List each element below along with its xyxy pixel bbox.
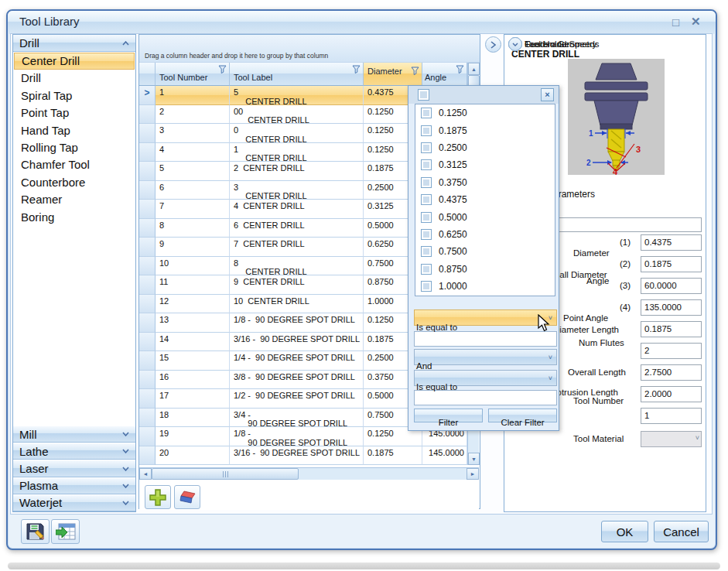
sidebar-item[interactable]: Point Tap: [14, 104, 135, 121]
filter-value-item[interactable]: 0.8750: [415, 261, 555, 278]
expander-circle[interactable]: [508, 37, 522, 51]
value-checkbox[interactable]: [421, 142, 432, 153]
sidebar-group-collapsed[interactable]: Plasma: [13, 477, 135, 494]
cell-tool-label[interactable]: 3/4 - 90 DEGREE SPOT DRILL: [230, 409, 364, 428]
add-tool-button[interactable]: [145, 485, 171, 509]
point-angle-4-field[interactable]: 135.0000: [641, 299, 702, 316]
cell-tool-label[interactable]: 5 CENTER DRILL: [230, 86, 364, 105]
cell-angle[interactable]: 145.0000: [422, 446, 467, 466]
filter-value-item[interactable]: 0.1875: [415, 121, 555, 138]
filter-value-item[interactable]: 0.4375: [415, 191, 555, 208]
sidebar-item[interactable]: Boring: [14, 209, 135, 226]
column-header-tool-number[interactable]: Tool Number: [156, 63, 230, 86]
filter-value-item[interactable]: 0.2500: [415, 139, 555, 156]
sidebar-group-collapsed[interactable]: Lathe: [13, 443, 135, 460]
cell-tool-number[interactable]: 13: [156, 313, 230, 333]
expand-panel-button[interactable]: [485, 36, 501, 53]
clear-filter-button[interactable]: Clear Filter: [488, 409, 557, 422]
value-checkbox[interactable]: [421, 159, 432, 170]
cell-tool-label[interactable]: 4 CENTER DRILL: [230, 200, 364, 219]
filter-funnel-icon[interactable]: [218, 65, 227, 74]
filter-value-item[interactable]: 0.5000: [415, 208, 555, 225]
cell-tool-number[interactable]: 4: [156, 143, 230, 162]
operator-select[interactable]: ˅: [414, 349, 557, 365]
filter-value-item[interactable]: 0.3750: [415, 174, 555, 191]
scroll-down-icon[interactable]: ▼: [468, 453, 480, 465]
cancel-button[interactable]: Cancel: [654, 521, 709, 542]
value-checkbox[interactable]: [421, 108, 432, 118]
cell-tool-number[interactable]: 18: [156, 409, 230, 428]
num-flutes-field[interactable]: 2: [641, 343, 702, 359]
scroll-up-icon[interactable]: ▲: [468, 63, 480, 75]
cell-tool-number[interactable]: 1: [156, 86, 230, 105]
cell-tool-number[interactable]: 11: [156, 275, 230, 295]
cell-tool-label[interactable]: 1/8 - 90 DEGREE SPOT DRILL: [230, 427, 364, 446]
cell-tool-label[interactable]: 3/16 - 90 DEGREE SPOT DRILL: [230, 333, 364, 352]
filter-value-item[interactable]: 1.0000: [415, 278, 555, 295]
cell-tool-label[interactable]: 1/2 - 90 DEGREE SPOT DRILL: [230, 389, 364, 409]
table-row[interactable]: 20 3/16 - 90 DEGREE SPOT DRILL 0.1875 14…: [139, 446, 467, 466]
sidebar-item[interactable]: Center Drill: [14, 53, 135, 70]
tool-material-select[interactable]: ˅: [641, 431, 702, 447]
cell-tool-label[interactable]: 3/8 - 90 DEGREE SPOT DRILL: [230, 371, 364, 390]
value-checkbox[interactable]: [421, 264, 432, 275]
sidebar-group-collapsed[interactable]: Waterjet: [13, 494, 135, 511]
cell-tool-label[interactable]: 1/8 - 90 DEGREE SPOT DRILL: [230, 313, 364, 333]
close-icon[interactable]: ✕: [691, 15, 701, 29]
column-header-tool-label[interactable]: Tool Label: [230, 63, 364, 86]
filter-value-item[interactable]: 0.7500: [415, 243, 555, 260]
filter-funnel-icon[interactable]: [411, 67, 419, 75]
cell-tool-label[interactable]: 2 CENTER DRILL: [230, 162, 364, 181]
sidebar-item[interactable]: Rolling Tap: [14, 139, 135, 156]
value-checkbox[interactable]: [421, 212, 432, 223]
filter-value2-input[interactable]: [414, 390, 557, 405]
tool-label-field[interactable]: [542, 217, 702, 232]
scroll-right-icon[interactable]: ►: [467, 468, 479, 480]
filter-value-item[interactable]: 0.6250: [415, 226, 555, 243]
sidebar-item[interactable]: Spiral Tap: [14, 87, 135, 104]
cell-tool-label[interactable]: 3/16 - 90 DEGREE SPOT DRILL: [230, 446, 364, 466]
cell-tool-number[interactable]: 6: [156, 181, 230, 200]
save-library-button[interactable]: [21, 519, 50, 544]
filter-value-item[interactable]: 0.1250: [415, 104, 555, 121]
cell-tool-number[interactable]: 10: [156, 257, 230, 276]
cell-tool-number[interactable]: 8: [156, 219, 230, 238]
cell-tool-number[interactable]: 16: [156, 371, 230, 390]
column-header-diameter[interactable]: Diameter: [364, 63, 422, 86]
ok-button[interactable]: OK: [601, 521, 648, 542]
overall-length-field[interactable]: 2.7500: [641, 364, 702, 381]
cell-tool-label[interactable]: 0 CENTER DRILL: [230, 124, 364, 143]
sidebar-group-collapsed[interactable]: Mill: [13, 426, 135, 443]
sidebar-group-collapsed[interactable]: Laser: [13, 460, 135, 477]
cell-tool-label[interactable]: 1/4 - 90 DEGREE SPOT DRILL: [230, 351, 364, 371]
sidebar-group-drill[interactable]: Drill: [13, 35, 135, 52]
cell-tool-label[interactable]: 10 CENTER DRILL: [230, 295, 364, 314]
diameter-2-field[interactable]: 0.1875: [641, 256, 702, 272]
cell-tool-number[interactable]: 14: [156, 333, 230, 352]
horizontal-scroll-thumb[interactable]: [152, 468, 299, 480]
cell-tool-number[interactable]: 3: [156, 124, 230, 143]
sidebar-item[interactable]: Counterbore: [14, 174, 135, 191]
filter-funnel-icon[interactable]: [352, 65, 361, 74]
cell-tool-number[interactable]: 17: [156, 389, 230, 409]
sidebar-item[interactable]: Reamer: [14, 191, 135, 208]
cell-tool-number[interactable]: 15: [156, 351, 230, 371]
delete-tool-button[interactable]: [174, 485, 200, 509]
cell-tool-number[interactable]: 2: [156, 105, 230, 125]
value-checkbox[interactable]: [421, 246, 432, 257]
sidebar-item[interactable]: Hand Tap: [14, 122, 135, 139]
section-expander[interactable]: Custom Geometry: [508, 35, 596, 53]
value-checkbox[interactable]: [421, 229, 432, 240]
cell-tool-label[interactable]: 6 CENTER DRILL: [230, 219, 364, 238]
cell-tool-label[interactable]: 8 CENTER DRILL: [230, 257, 364, 276]
export-library-button[interactable]: [51, 519, 80, 544]
cell-tool-label[interactable]: 3 CENTER DRILL: [230, 181, 364, 200]
popup-close-icon[interactable]: ×: [541, 88, 554, 101]
filter-value1-input[interactable]: [414, 331, 557, 347]
value-checkbox[interactable]: [421, 177, 432, 188]
cell-tool-label[interactable]: 00 CENTER DRILL: [230, 105, 364, 125]
maximize-icon[interactable]: □: [672, 15, 679, 29]
cell-tool-label[interactable]: 7 CENTER DRILL: [230, 238, 364, 257]
protrusion-length-field[interactable]: 2.0000: [641, 386, 702, 402]
cell-tool-label[interactable]: 1 CENTER DRILL: [230, 143, 364, 162]
